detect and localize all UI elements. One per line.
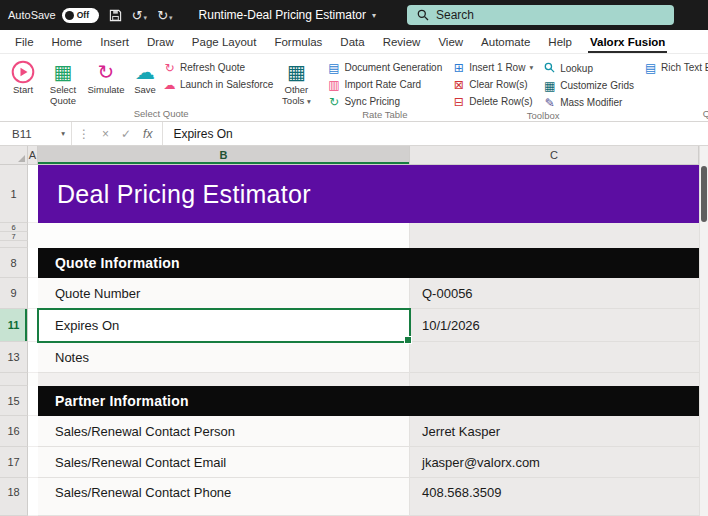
insert-function-button[interactable]: fx (137, 122, 163, 145)
select-all-corner[interactable] (0, 146, 28, 164)
tab-valorx-fusion[interactable]: Valorx Fusion (581, 30, 674, 53)
cell-a[interactable] (28, 309, 38, 342)
cell-b[interactable] (38, 232, 410, 241)
cell-c[interactable] (410, 223, 699, 232)
name-box[interactable]: B11 ▾ (0, 122, 72, 145)
name-box-value: B11 (12, 128, 32, 140)
cell-a[interactable] (28, 342, 38, 373)
sync-pricing-button[interactable]: ↻ Sync Pricing (327, 96, 442, 108)
launch-salesforce-button[interactable]: ☁ Launch in Salesforce (163, 79, 273, 91)
start-button[interactable]: Start (5, 57, 41, 96)
cell-b[interactable]: Notes (38, 342, 410, 373)
row-header[interactable] (0, 241, 28, 248)
cancel-entry-button[interactable]: × (96, 122, 115, 145)
column-header-b[interactable]: B (38, 146, 410, 164)
tab-home[interactable]: Home (43, 30, 92, 53)
cell-a[interactable] (28, 232, 38, 241)
tab-insert[interactable]: Insert (91, 30, 138, 53)
cell-b[interactable] (38, 241, 410, 248)
document-title-text: Runtime-Deal Pricing Estimator (199, 8, 366, 22)
cell-b[interactable]: Sales/Renewal Contact Person (38, 416, 410, 447)
cell-c[interactable]: jkasper@valorx.com (410, 447, 699, 478)
import-rate-card-button[interactable]: ▥ Import Rate Card (327, 79, 442, 91)
redo-button[interactable]: ↻ ▾ (157, 9, 172, 22)
rich-text-editor-button[interactable]: ▤ Rich Text Editor (644, 62, 708, 74)
column-header-a[interactable]: A (28, 146, 38, 164)
search-input[interactable]: Search (407, 5, 674, 25)
tab-file[interactable]: File (6, 30, 43, 53)
customize-grids-button[interactable]: ▦ Customize Grids (543, 80, 634, 92)
scrollbar-thumb[interactable] (701, 166, 707, 222)
row-header[interactable]: 9 (0, 278, 28, 309)
cell-c[interactable] (410, 241, 699, 248)
cell-b[interactable] (38, 373, 410, 386)
cell-a[interactable] (28, 386, 38, 416)
other-tools-button[interactable]: ▦ Other Tools ▾ (275, 57, 317, 107)
simulate-button[interactable]: ↻ Simulate (85, 57, 127, 96)
cell-a[interactable] (28, 416, 38, 447)
save-quote-button[interactable]: ☁ Save (129, 57, 161, 96)
cell-a[interactable] (28, 241, 38, 248)
cell-c[interactable]: 408.568.3509 (410, 478, 699, 516)
cell-c[interactable]: Jerret Kasper (410, 416, 699, 447)
vertical-scrollbar[interactable] (699, 146, 708, 516)
tab-help[interactable]: Help (539, 30, 581, 53)
document-generation-button[interactable]: ▤ Document Generation (327, 62, 442, 74)
tab-view[interactable]: View (429, 30, 472, 53)
column-header-c[interactable]: C (410, 146, 699, 164)
formula-content[interactable]: Expires On (163, 122, 232, 145)
row-header[interactable]: 18 (0, 478, 28, 516)
row-header[interactable]: 15 (0, 386, 28, 416)
cell-a[interactable] (28, 447, 38, 478)
cell-c[interactable]: 10/1/2026 (410, 309, 699, 342)
tab-automate[interactable]: Automate (472, 30, 539, 53)
autosave-control[interactable]: AutoSave Off (8, 8, 99, 23)
cell-a[interactable] (28, 373, 38, 386)
mass-modifier-button[interactable]: ✎ Mass Modifier (543, 97, 634, 109)
section-header-cell[interactable]: Quote Information (38, 248, 699, 278)
cell-a[interactable] (28, 478, 38, 516)
banner-cell[interactable]: Deal Pricing Estimator (38, 165, 699, 223)
tab-formulas[interactable]: Formulas (265, 30, 331, 53)
row-header[interactable]: 16 (0, 416, 28, 447)
row-header[interactable]: 7 (0, 232, 28, 241)
select-quote-button[interactable]: ▦ Select Quote (43, 57, 83, 107)
cell-a[interactable] (28, 248, 38, 278)
cell-c[interactable] (410, 342, 699, 373)
check-icon: ✓ (121, 127, 131, 141)
cell-c[interactable]: Q-00056 (410, 278, 699, 309)
undo-button[interactable]: ↺ ▾ (132, 9, 147, 22)
selected-cell[interactable]: Expires On (38, 309, 410, 342)
insert-row-button[interactable]: ⊞ Insert 1 Row ▾ (452, 62, 533, 74)
tab-draw[interactable]: Draw (138, 30, 183, 53)
cell-b[interactable]: Sales/Renewal Contact Email (38, 447, 410, 478)
lookup-button[interactable]: Lookup (543, 62, 634, 75)
row-header[interactable] (0, 373, 28, 386)
document-title[interactable]: Runtime-Deal Pricing Estimator ▾ (199, 8, 376, 22)
cell-a[interactable] (28, 278, 38, 309)
tab-page-layout[interactable]: Page Layout (183, 30, 266, 53)
autosave-toggle[interactable]: Off (62, 8, 99, 23)
cell-b[interactable]: Quote Number (38, 278, 410, 309)
row-header[interactable]: 8 (0, 248, 28, 278)
cell-b[interactable]: Sales/Renewal Contact Phone (38, 478, 410, 516)
delete-rows-button[interactable]: ⊟ Delete Row(s) (452, 96, 533, 108)
refresh-quote-button[interactable]: ↻ Refresh Quote (163, 62, 273, 74)
tab-data[interactable]: Data (331, 30, 373, 53)
tab-review[interactable]: Review (374, 30, 430, 53)
ribbon-group-rate-table: ▤ Document Generation ▥ Import Rate Card… (324, 54, 445, 121)
confirm-entry-button[interactable]: ✓ (115, 122, 137, 145)
row-header[interactable]: 13 (0, 342, 28, 373)
row-header[interactable]: 11 (0, 309, 28, 342)
cell-a[interactable] (28, 223, 38, 232)
save-button[interactable] (109, 9, 122, 22)
cell-c[interactable] (410, 232, 699, 241)
row-header[interactable]: 17 (0, 447, 28, 478)
cell-a[interactable] (28, 165, 38, 223)
cell-c[interactable] (410, 373, 699, 386)
clear-rows-button[interactable]: ⊠ Clear Row(s) (452, 79, 533, 91)
row-header[interactable]: 1 (0, 165, 28, 223)
section-header-cell[interactable]: Partner Information (38, 386, 699, 416)
dots-icon: ⋮ (72, 122, 96, 145)
cell-b[interactable] (38, 223, 410, 232)
